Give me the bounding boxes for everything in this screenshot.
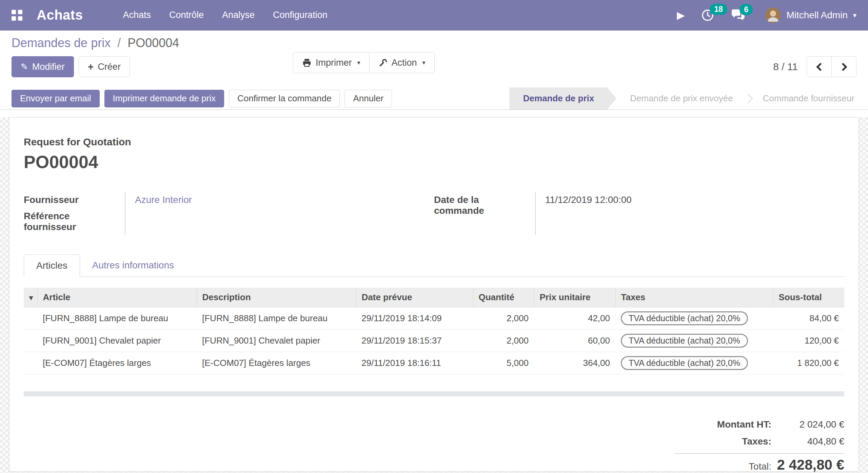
chevron-right-icon	[839, 63, 847, 71]
control-panel: Demandes de prix / PO00004 ✎ Modifier + …	[0, 30, 868, 87]
menu-achats[interactable]: Achats	[123, 10, 151, 20]
form-view-background: Request for Quotation PO00004 Fournisseu…	[0, 117, 868, 473]
document-sheet: Request for Quotation PO00004 Fournisseu…	[9, 117, 859, 472]
menu-configuration[interactable]: Configuration	[273, 10, 328, 20]
control-panel-buttons: ✎ Modifier + Créer Imprimer ▾	[12, 56, 856, 77]
cancel-button[interactable]: Annuler	[344, 90, 392, 107]
create-button[interactable]: + Créer	[79, 56, 130, 77]
header-quantite[interactable]: Quantité	[473, 288, 534, 307]
apps-menu-icon[interactable]	[12, 10, 22, 21]
print-menu-button[interactable]: Imprimer ▾	[293, 52, 370, 73]
edit-button[interactable]: ✎ Modifier	[12, 56, 74, 77]
supplier-ref-value[interactable]	[125, 208, 434, 235]
order-date-label: Date de la commande	[434, 192, 536, 235]
cell-subtotal: 120,00 €	[773, 330, 844, 352]
taxes-row: Taxes: 404,80 €	[675, 433, 844, 450]
pager-previous-button[interactable]	[807, 56, 832, 77]
cell-taxes: TVA déductible (achat) 20,0%	[615, 352, 773, 374]
user-menu[interactable]: Mitchell Admin ▾	[765, 7, 856, 23]
breadcrumb-separator: /	[117, 36, 121, 50]
table-row[interactable]: [FURN_9001] Chevalet papier [FURN_9001] …	[24, 330, 844, 352]
print-action-group: Imprimer ▾ Action ▾	[293, 52, 435, 73]
navbar-right: ▶ 18 6 Mitchell Admin ▾	[677, 7, 856, 23]
untaxed-amount-row: Montant HT: 2 024,00 €	[675, 416, 844, 433]
messages-button[interactable]: 6	[731, 9, 746, 22]
cell-subtotal: 84,00 €	[773, 307, 844, 330]
user-name: Mitchell Admin	[786, 10, 848, 21]
activities-button[interactable]: 18	[701, 8, 714, 22]
table-header: ▾ Article Description Date prévue Quanti…	[24, 288, 844, 307]
pager: 8 / 11	[773, 56, 856, 77]
untaxed-amount-value: 2 024,00 €	[771, 419, 844, 430]
menu-analyse[interactable]: Analyse	[222, 10, 255, 20]
untaxed-amount-label: Montant HT:	[675, 419, 771, 430]
cell-subtotal: 1 820,00 €	[773, 352, 844, 374]
action-menu-button[interactable]: Action ▾	[369, 52, 435, 73]
page-title: PO00004	[24, 152, 844, 172]
header-description[interactable]: Description	[197, 288, 356, 307]
activities-count-badge: 18	[710, 4, 727, 15]
cell-description: [E-COM07] Étagères larges	[197, 352, 356, 374]
header-prix-unitaire[interactable]: Prix unitaire	[534, 288, 615, 307]
order-lines-table: ▾ Article Description Date prévue Quanti…	[24, 288, 844, 374]
supplier-link[interactable]: Azure Interior	[135, 194, 192, 205]
order-date-value[interactable]: 11/12/2019 12:00:00	[536, 192, 831, 235]
cell-qty: 5,000	[473, 352, 534, 374]
main-menu: Achats Contrôle Analyse Configuration	[123, 10, 327, 20]
send-by-email-button[interactable]: Envoyer par email	[12, 90, 100, 107]
total-value: 2 428,80 €	[771, 457, 844, 473]
column-toggle-icon: ▾	[29, 293, 33, 302]
plus-icon: +	[88, 62, 94, 72]
field-order-date: Date de la commande 11/12/2019 12:00:00	[434, 192, 831, 235]
top-navbar: Achats Achats Contrôle Analyse Configura…	[0, 0, 868, 30]
header-sous-total[interactable]: Sous-total	[773, 288, 844, 307]
cell-article: [FURN_9001] Chevalet papier	[37, 330, 197, 352]
statusbar: Envoyer par email Imprimer demande de pr…	[0, 87, 868, 110]
breadcrumb-parent[interactable]: Demandes de prix	[12, 36, 111, 50]
step-rfq-sent[interactable]: Demande de prix envoyée	[616, 87, 747, 109]
cell-qty: 2,000	[473, 330, 534, 352]
field-groups: Fournisseur Azure Interior Référence fou…	[24, 192, 844, 235]
cell-price: 60,00	[534, 330, 615, 352]
step-purchase-order[interactable]: Commande fournisseur	[749, 87, 868, 109]
taxes-label: Taxes:	[675, 436, 771, 447]
chevron-down-icon: ▾	[853, 12, 856, 19]
wrench-icon	[378, 58, 388, 67]
header-article[interactable]: Article	[37, 288, 197, 307]
create-button-label: Créer	[98, 62, 121, 72]
menu-controle[interactable]: Contrôle	[169, 10, 204, 20]
step-rfq[interactable]: Demande de prix	[510, 87, 617, 109]
play-tour-icon[interactable]: ▶	[677, 10, 685, 20]
breadcrumb: Demandes de prix / PO00004	[12, 36, 856, 50]
cell-date: 29/11/2019 18:14:09	[356, 307, 473, 330]
column-toggle-header[interactable]: ▾	[24, 288, 37, 307]
document-subtitle: Request for Quotation	[24, 136, 844, 148]
cell-article: [FURN_8888] Lampe de bureau	[37, 307, 197, 330]
app-brand[interactable]: Achats	[37, 7, 83, 23]
cell-qty: 2,000	[473, 307, 534, 330]
row-handle-cell	[24, 307, 37, 330]
confirm-order-button[interactable]: Confirmer la commande	[229, 90, 340, 107]
header-taxes[interactable]: Taxes	[615, 288, 773, 307]
status-steps: Demande de prix Demande de prix envoyée …	[509, 87, 868, 109]
field-group-left: Fournisseur Azure Interior Référence fou…	[24, 192, 434, 235]
total-label: Total:	[675, 461, 771, 472]
header-date-prevue[interactable]: Date prévue	[356, 288, 473, 307]
avatar-image	[765, 7, 781, 23]
print-menu-label: Imprimer	[316, 58, 352, 68]
pencil-icon: ✎	[21, 62, 28, 71]
tab-other-info[interactable]: Autres informations	[80, 254, 186, 277]
grid-square	[12, 16, 16, 21]
messages-count-badge: 6	[739, 4, 753, 16]
chevron-left-icon	[816, 63, 824, 71]
row-handle-cell	[24, 352, 37, 374]
tab-articles[interactable]: Articles	[24, 254, 80, 277]
edit-button-label: Modifier	[32, 62, 65, 72]
cell-price: 364,00	[534, 352, 615, 374]
print-rfq-button[interactable]: Imprimer demande de prix	[104, 90, 224, 107]
pager-next-button[interactable]	[831, 56, 856, 77]
table-row[interactable]: [E-COM07] Étagères larges [E-COM07] Étag…	[24, 352, 844, 374]
cell-price: 42,00	[534, 307, 615, 330]
table-row[interactable]: [FURN_8888] Lampe de bureau [FURN_8888] …	[24, 307, 844, 330]
grid-square	[18, 16, 22, 21]
